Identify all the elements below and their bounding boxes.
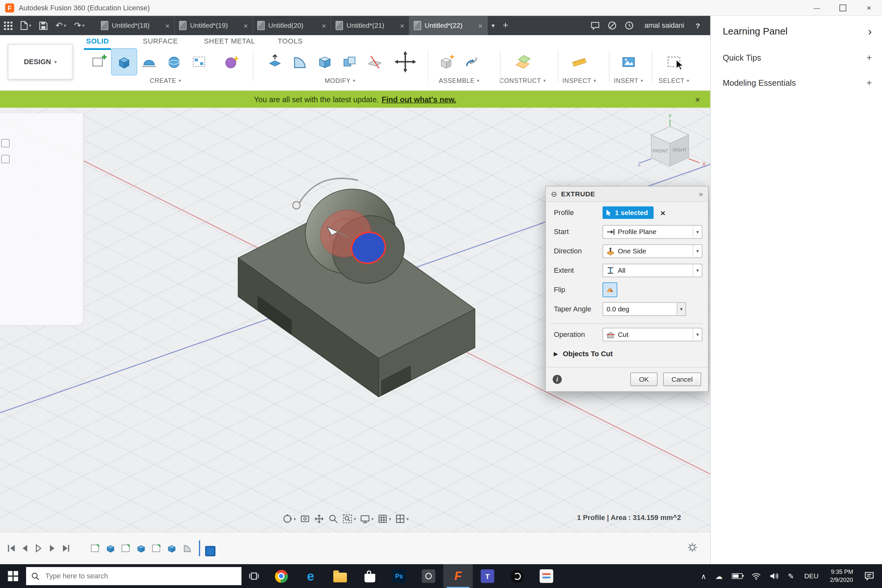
taskbar-app-chrome[interactable] bbox=[266, 564, 296, 588]
sweep-tool-icon[interactable] bbox=[162, 49, 186, 75]
undo-button[interactable]: ↶ ▾ bbox=[52, 16, 70, 35]
ribbon-tab-solid[interactable]: SOLID bbox=[86, 38, 109, 48]
group-label-create[interactable]: CREATE▾ bbox=[150, 77, 181, 84]
browser-icon[interactable] bbox=[1, 139, 10, 147]
press-pull-icon[interactable] bbox=[262, 49, 287, 75]
rotate-manipulator-handle[interactable] bbox=[293, 201, 300, 209]
workspace-selector[interactable]: DESIGN ▾ bbox=[8, 44, 72, 79]
help-icon[interactable]: ? bbox=[691, 21, 705, 30]
tray-chevron-up-icon[interactable]: ∧ bbox=[696, 564, 711, 588]
minimize-button[interactable]: — bbox=[804, 0, 830, 15]
browser-panel[interactable] bbox=[0, 114, 84, 326]
volume-icon[interactable] bbox=[765, 564, 783, 588]
zoom-window-button[interactable]: ▾ bbox=[342, 514, 356, 524]
taper-angle-dropdown-icon[interactable]: ▾ bbox=[677, 302, 686, 316]
start-dropdown[interactable]: Profile Plane ▾ bbox=[603, 225, 702, 238]
extrude-tool-icon[interactable] bbox=[111, 49, 136, 75]
taskbar-app-media[interactable] bbox=[502, 564, 532, 588]
fillet-tool-icon[interactable] bbox=[287, 49, 312, 75]
comment-icon[interactable] bbox=[587, 21, 604, 30]
pattern-tool-icon[interactable] bbox=[186, 49, 211, 75]
notifications-icon[interactable] bbox=[603, 21, 621, 30]
construct-plane-icon[interactable] bbox=[510, 49, 535, 75]
clear-selection-icon[interactable]: × bbox=[660, 208, 665, 218]
timeline-position-marker[interactable] bbox=[206, 546, 216, 556]
action-center-icon[interactable] bbox=[859, 564, 882, 588]
learning-item-quick-tips[interactable]: Quick Tips + bbox=[723, 53, 872, 63]
document-tab[interactable]: Untitled(20) × bbox=[253, 16, 332, 35]
taskbar-app-capture-tool[interactable] bbox=[414, 564, 443, 588]
start-button[interactable] bbox=[0, 564, 26, 588]
group-label-inspect[interactable]: INSPECT▾ bbox=[562, 77, 596, 84]
direction-dropdown[interactable]: One Side ▾ bbox=[603, 244, 702, 258]
search-input[interactable] bbox=[44, 572, 236, 580]
expand-plus-icon[interactable]: + bbox=[867, 78, 872, 88]
taskbar-app-edge[interactable]: e bbox=[296, 564, 325, 588]
move-copy-icon[interactable] bbox=[393, 49, 418, 75]
profile-selected-button[interactable]: 1 selected bbox=[603, 206, 654, 219]
display-settings-button[interactable]: ▾ bbox=[360, 514, 374, 524]
tab-close-icon[interactable]: × bbox=[322, 21, 326, 30]
timeline-go-to-start-button[interactable] bbox=[4, 542, 18, 555]
expand-plus-icon[interactable]: + bbox=[867, 53, 872, 63]
zoom-button[interactable] bbox=[328, 514, 339, 524]
view-cube[interactable]: FRONT RIGHT Y X Z bbox=[636, 114, 710, 177]
document-tab-active[interactable]: Untitled*(22) × bbox=[410, 16, 488, 35]
tab-close-icon[interactable]: × bbox=[400, 21, 404, 30]
flip-button[interactable] bbox=[603, 282, 617, 297]
group-label-select[interactable]: SELECT▾ bbox=[658, 77, 690, 84]
timeline-extrude-feature[interactable] bbox=[105, 543, 116, 554]
timeline-step-back-button[interactable] bbox=[18, 542, 32, 555]
look-at-button[interactable] bbox=[300, 514, 310, 524]
save-icon[interactable] bbox=[35, 16, 52, 35]
joint-tool-icon[interactable] bbox=[459, 49, 484, 75]
create-sketch-icon[interactable] bbox=[87, 49, 111, 75]
timeline-sketch-feature[interactable] bbox=[151, 543, 162, 554]
timeline-extrude-feature[interactable] bbox=[135, 543, 147, 554]
battery-icon[interactable] bbox=[727, 564, 747, 588]
dialog-title-bar[interactable]: ⊖ EXTRUDE » bbox=[546, 187, 708, 202]
timeline-go-to-end-button[interactable] bbox=[59, 542, 72, 555]
create-form-icon[interactable] bbox=[219, 49, 244, 75]
measure-tool-icon[interactable] bbox=[567, 49, 591, 75]
group-label-assemble[interactable]: ASSEMBLE▾ bbox=[439, 77, 479, 84]
redo-button[interactable]: ↷ ▾ bbox=[70, 16, 88, 35]
taskbar-app-photoshop[interactable]: Ps bbox=[384, 564, 414, 588]
taskbar-search[interactable] bbox=[26, 567, 242, 585]
objects-to-cut-expander[interactable]: ▶ Objects To Cut bbox=[554, 350, 700, 358]
tab-list-chevron-icon[interactable]: ▾ bbox=[488, 16, 499, 35]
onedrive-cloud-icon[interactable]: ☁ bbox=[711, 564, 727, 588]
maximize-button[interactable] bbox=[830, 0, 856, 15]
info-icon[interactable]: i bbox=[552, 375, 562, 384]
ok-button[interactable]: OK bbox=[630, 373, 657, 386]
group-label-insert[interactable]: INSERT▾ bbox=[614, 77, 644, 84]
taskbar-app-file-explorer[interactable] bbox=[325, 564, 355, 588]
combine-tool-icon[interactable] bbox=[337, 49, 362, 75]
ribbon-tab-tools[interactable]: TOOLS bbox=[278, 38, 303, 48]
viewports-button[interactable]: ▾ bbox=[395, 514, 409, 524]
grid-snap-button[interactable]: ▾ bbox=[378, 514, 391, 524]
ribbon-tab-sheet-metal[interactable]: SHEET METAL bbox=[204, 38, 255, 48]
document-tab[interactable]: Untitled*(21) × bbox=[331, 16, 410, 35]
document-tab[interactable]: Untitled*(19) × bbox=[175, 16, 253, 35]
app-grid-icon[interactable] bbox=[0, 16, 16, 35]
timeline-step-forward-button[interactable] bbox=[45, 542, 59, 555]
orbit-button[interactable]: ▾ bbox=[282, 514, 296, 524]
pan-button[interactable] bbox=[314, 514, 324, 524]
job-status-clock-icon[interactable] bbox=[621, 21, 638, 30]
pen-icon[interactable]: ✎ bbox=[783, 564, 798, 588]
document-tab[interactable]: Untitled*(18) × bbox=[96, 16, 175, 35]
split-body-icon[interactable] bbox=[362, 49, 387, 75]
taskbar-clock[interactable]: 9:35 PM 2/9/2020 bbox=[824, 568, 859, 584]
browser-icon[interactable] bbox=[1, 155, 10, 163]
operation-dropdown[interactable]: Cut ▾ bbox=[603, 328, 702, 341]
taskbar-app-notes[interactable] bbox=[532, 564, 561, 588]
group-label-modify[interactable]: MODIFY▾ bbox=[325, 77, 355, 84]
extent-dropdown[interactable]: All ▾ bbox=[603, 264, 702, 277]
close-button[interactable]: × bbox=[856, 0, 882, 15]
learning-panel-collapse-icon[interactable]: › bbox=[868, 25, 872, 38]
tab-close-icon[interactable]: × bbox=[243, 21, 248, 30]
group-label-construct[interactable]: CONSTRUCT▾ bbox=[500, 77, 546, 84]
banner-close-icon[interactable]: × bbox=[695, 91, 700, 108]
timeline-settings-gear-icon[interactable] bbox=[687, 542, 698, 555]
